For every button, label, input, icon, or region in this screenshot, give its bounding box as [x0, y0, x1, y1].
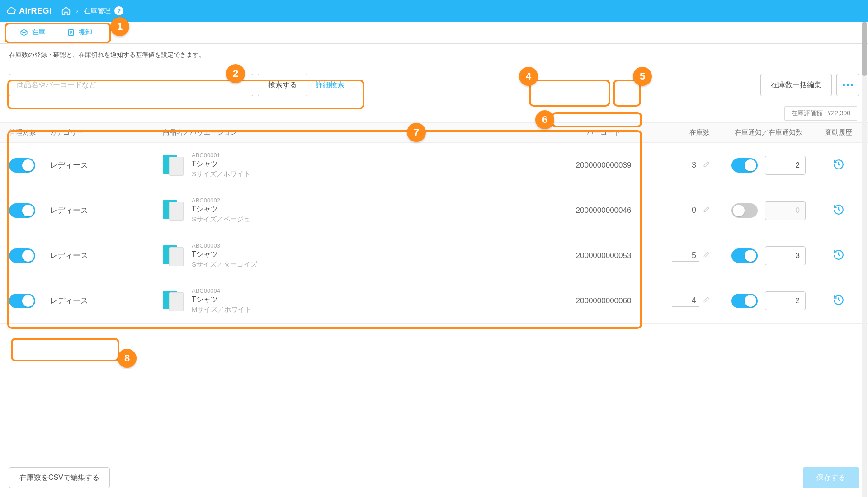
- page-description: 在庫数の登録・確認と、在庫切れを通知する基準値を設定できます。: [0, 44, 868, 66]
- stock-value[interactable]: 3: [672, 159, 699, 171]
- more-actions-button[interactable]: [836, 74, 859, 96]
- search-input[interactable]: [9, 74, 253, 96]
- history-icon[interactable]: [833, 204, 844, 216]
- table-row: レディースABC00001TシャツSサイズ／ホワイト20000000000393: [0, 143, 868, 188]
- pencil-icon[interactable]: [703, 161, 710, 169]
- col-barcode: バーコード: [556, 128, 651, 137]
- clipboard-icon: [67, 28, 75, 37]
- valuation-row: 在庫評価額 ¥22,300: [0, 103, 868, 122]
- pencil-icon[interactable]: [703, 206, 710, 215]
- product-name: Tシャツ: [192, 159, 250, 169]
- valuation-box: 在庫評価額 ¥22,300: [784, 106, 857, 121]
- table-row: レディースABC00004TシャツMサイズ／ホワイト20000000000604: [0, 278, 868, 324]
- product-name: Tシャツ: [192, 250, 257, 259]
- tab-inventory-label: 棚卸: [79, 28, 92, 37]
- stock-table: 管理対象 カテゴリー 商品名／バリエーション バーコード 在庫数 在庫通知／在庫…: [0, 122, 868, 324]
- scrollbar[interactable]: [862, 22, 867, 369]
- table-row: レディースABC00003TシャツSサイズ／ターコイズ2000000000053…: [0, 233, 868, 278]
- notify-toggle[interactable]: [731, 158, 758, 173]
- category-text: レディース: [50, 161, 88, 169]
- valuation-amount: ¥22,300: [827, 109, 850, 117]
- product-name: Tシャツ: [192, 205, 250, 214]
- barcode-text: 2000000000053: [576, 251, 632, 260]
- breadcrumb-separator: ›: [76, 7, 79, 14]
- product-sku: ABC00004: [192, 287, 252, 294]
- breadcrumb-title: 在庫管理: [84, 7, 111, 15]
- cloud-icon: [7, 6, 17, 16]
- history-icon[interactable]: [833, 159, 844, 170]
- search-bar: 検索する 詳細検索 在庫数一括編集: [0, 66, 868, 103]
- notify-qty-input[interactable]: [765, 291, 806, 310]
- managed-toggle[interactable]: [9, 203, 35, 218]
- help-button[interactable]: ?: [114, 6, 123, 15]
- history-icon[interactable]: [833, 294, 844, 306]
- home-button[interactable]: [61, 6, 71, 16]
- product-variation: Sサイズ／ターコイズ: [192, 260, 257, 269]
- col-managed: 管理対象: [9, 128, 50, 137]
- brand-text: AirREGI: [19, 6, 52, 16]
- managed-toggle[interactable]: [9, 294, 35, 308]
- managed-toggle[interactable]: [9, 248, 35, 263]
- table-row: レディースABC00002TシャツSサイズ／ベージュ20000000000460: [0, 188, 868, 233]
- bulk-edit-button[interactable]: 在庫数一括編集: [760, 74, 832, 96]
- notify-qty-input[interactable]: [765, 246, 806, 265]
- col-notify: 在庫通知／在庫通知数: [719, 128, 818, 137]
- notify-toggle[interactable]: [731, 203, 758, 218]
- search-button[interactable]: 検索する: [258, 74, 307, 96]
- tab-stock-label: 在庫: [32, 28, 45, 37]
- pencil-icon[interactable]: [703, 251, 710, 260]
- product-thumbnail: [163, 154, 185, 177]
- app-header: AirREGI › 在庫管理 ?: [0, 0, 868, 22]
- table-header: 管理対象 カテゴリー 商品名／バリエーション バーコード 在庫数 在庫通知／在庫…: [0, 122, 868, 143]
- product-sku: ABC00002: [192, 197, 250, 204]
- table-body: レディースABC00001TシャツSサイズ／ホワイト20000000000393…: [0, 143, 868, 324]
- stock-value[interactable]: 4: [672, 295, 699, 307]
- scroll-thumb[interactable]: [862, 22, 867, 76]
- home-icon: [61, 6, 71, 16]
- tab-bar: 在庫 棚卸: [0, 22, 868, 44]
- notify-toggle[interactable]: [731, 248, 758, 263]
- stock-value[interactable]: 5: [672, 250, 699, 262]
- product-thumbnail: [163, 244, 185, 267]
- notify-toggle[interactable]: [731, 294, 758, 308]
- product-variation: Mサイズ／ホワイト: [192, 305, 252, 314]
- ellipsis-icon: [843, 84, 853, 86]
- product-name: Tシャツ: [192, 295, 252, 305]
- advanced-search-link[interactable]: 詳細検索: [312, 80, 348, 90]
- pencil-icon[interactable]: [703, 296, 710, 305]
- category-text: レディース: [50, 206, 88, 215]
- col-product: 商品名／バリエーション: [163, 128, 556, 137]
- tab-stock[interactable]: 在庫: [9, 22, 56, 43]
- product-variation: Sサイズ／ホワイト: [192, 170, 250, 178]
- notify-qty-input[interactable]: [765, 156, 806, 175]
- product-sku: ABC00001: [192, 152, 250, 159]
- managed-toggle[interactable]: [9, 158, 35, 173]
- product-sku: ABC00003: [192, 242, 257, 249]
- category-text: レディース: [50, 296, 88, 305]
- product-thumbnail: [163, 199, 185, 222]
- brand-logo: AirREGI: [7, 6, 52, 16]
- notify-qty-input[interactable]: [765, 201, 806, 220]
- tab-inventory[interactable]: 棚卸: [56, 22, 103, 43]
- barcode-text: 2000000000060: [576, 296, 632, 305]
- stock-value[interactable]: 0: [672, 205, 699, 216]
- valuation-label: 在庫評価額: [791, 109, 823, 117]
- product-variation: Sサイズ／ベージュ: [192, 215, 250, 224]
- col-history: 変動履歴: [818, 128, 859, 137]
- product-thumbnail: [163, 290, 185, 312]
- box-icon: [20, 28, 28, 37]
- category-text: レディース: [50, 251, 88, 260]
- barcode-text: 2000000000039: [576, 161, 632, 169]
- history-icon[interactable]: [833, 249, 844, 261]
- barcode-text: 2000000000046: [576, 206, 632, 215]
- col-stock: 在庫数: [651, 128, 719, 137]
- col-category: カテゴリー: [50, 128, 163, 137]
